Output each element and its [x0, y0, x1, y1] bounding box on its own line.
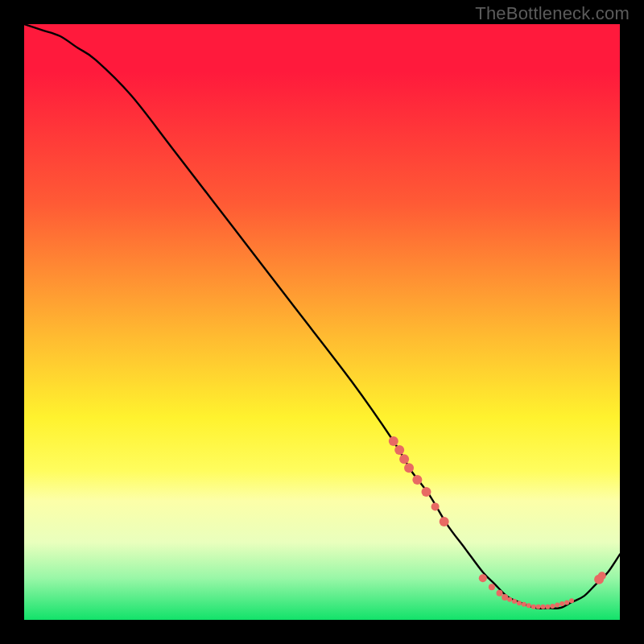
data-dot: [502, 594, 508, 601]
chart-svg: [24, 24, 620, 620]
data-dot: [431, 502, 440, 510]
bottleneck-curve: [24, 24, 620, 609]
data-dot: [399, 454, 409, 464]
data-dot: [512, 599, 517, 604]
watermark-text: TheBottleneck.com: [475, 3, 630, 24]
plot-area: [24, 24, 620, 620]
data-dot: [550, 604, 555, 609]
data-dot: [394, 445, 404, 455]
data-dot: [555, 603, 559, 608]
data-dot: [412, 475, 422, 485]
chart-frame: TheBottleneck.com: [0, 0, 644, 644]
data-dots: [389, 436, 606, 609]
data-dot: [404, 463, 414, 473]
data-dot: [545, 605, 550, 609]
data-dot: [559, 601, 564, 606]
data-dot: [531, 605, 536, 609]
data-dot: [489, 584, 495, 590]
data-dot: [536, 605, 541, 609]
data-dot: [479, 574, 487, 582]
data-dot: [389, 436, 398, 446]
data-dot: [507, 597, 512, 602]
data-dot: [598, 572, 606, 580]
data-dot: [517, 601, 522, 605]
data-dot: [541, 605, 546, 609]
data-dot: [564, 601, 569, 605]
data-dot: [522, 602, 526, 607]
data-dot: [440, 517, 449, 526]
data-dot: [569, 598, 574, 603]
data-dot: [422, 487, 431, 497]
data-dot: [497, 590, 503, 597]
data-dot: [526, 603, 531, 608]
